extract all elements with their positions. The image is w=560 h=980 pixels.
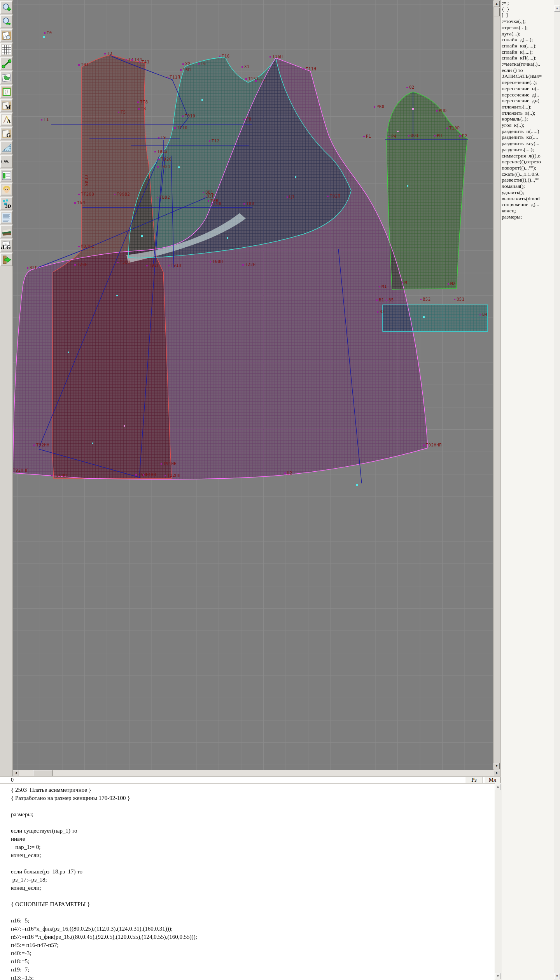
- command-list-item[interactable]: разделить н(.....): [500, 128, 554, 135]
- pattern-label: Т16: [222, 54, 229, 58]
- view-3d-icon[interactable]: 3D: [0, 197, 12, 210]
- command-list-item[interactable]: нормаль(..);: [500, 116, 554, 122]
- pattern-label: Т44: [134, 57, 142, 62]
- canvas-vertical-scrollbar[interactable]: ▲ ▼: [493, 0, 500, 770]
- leko-cad-window: MАGi_66.3DALG Т0Т3Т01Т4Т44Т41Х2Т6ПТ6Т16Х…: [0, 0, 560, 980]
- reference-point: [201, 99, 203, 101]
- command-list-item[interactable]: сплайн д(....);: [500, 37, 554, 43]
- command-list-item[interactable]: отрезок( . );: [500, 24, 554, 31]
- scroll-up-button[interactable]: ▲: [494, 1, 500, 7]
- pattern-preview-icon[interactable]: [0, 29, 12, 42]
- code-line: если существует(пар_1) то: [11, 827, 197, 835]
- pattern-label: Т5ВН: [120, 260, 130, 264]
- command-list-item[interactable]: симметрия л((),о: [500, 153, 554, 159]
- ml-button[interactable]: Мл: [484, 777, 501, 783]
- zoom-out-icon[interactable]: [0, 15, 12, 28]
- command-list-item[interactable]: сопряжение д(...: [500, 201, 554, 208]
- panel-scroll-up-button[interactable]: ∧: [554, 5, 560, 12]
- command-list-item[interactable]: удалить();: [500, 189, 554, 196]
- canvas-horizontal-scrollbar[interactable]: ◄ ►: [13, 770, 500, 776]
- code-scroll-up-button[interactable]: ∧: [495, 784, 501, 790]
- ruler-icon[interactable]: [0, 141, 12, 154]
- rz-button-label: Рз: [471, 777, 476, 783]
- alg-document-icon[interactable]: ALG: [0, 239, 12, 252]
- program-code-editor[interactable]: { 2503 Платье асимметричное }{ Разработа…: [0, 783, 495, 980]
- command-list-item[interactable]: выполнить(dmod: [500, 196, 554, 202]
- pattern-label: О2: [409, 85, 415, 89]
- pattern-label: Ц2: [287, 471, 292, 475]
- grid-icon[interactable]: [0, 43, 12, 56]
- command-list-item[interactable]: сплайн кк(.....);: [500, 43, 554, 49]
- code-scroll-down-button[interactable]: ∨: [495, 973, 501, 979]
- pattern-label: Т9: [161, 135, 166, 140]
- command-list-item[interactable]: перенос((),отрезо: [500, 159, 554, 165]
- code-line: п16:=5;: [11, 917, 197, 925]
- command-list-item[interactable]: дуга(...);: [500, 31, 554, 37]
- command-list-item[interactable]: пересечение д(..: [500, 92, 554, 98]
- exit-icon[interactable]: [0, 253, 12, 266]
- command-list-item[interactable]: ЗАПИСАТЬ(имя=: [500, 73, 554, 79]
- vscroll-thumb[interactable]: [494, 8, 500, 16]
- scroll-right-button[interactable]: ►: [494, 770, 500, 776]
- command-list-item[interactable]: конец;: [500, 208, 554, 214]
- command-list-item[interactable]: пересечение н(..: [500, 86, 554, 92]
- code-line: рз_17:=рз_18;: [11, 876, 197, 884]
- command-list-item[interactable]: разделить ксу(...: [500, 140, 554, 147]
- pattern-drawing[interactable]: Т0Т3Т01Т4Т44Т41Х2Т6ПТ6Т16Х1Т151Т15Т16ПТ1…: [13, 0, 493, 770]
- command-list-item[interactable]: ломаная();: [500, 183, 554, 189]
- ml-button-label: Мл: [489, 777, 496, 783]
- command-list-item[interactable]: сплайн к(....);: [500, 49, 554, 55]
- rz-button[interactable]: Рз: [465, 777, 483, 783]
- command-list-item[interactable]: размеры;: [500, 214, 554, 220]
- command-list-item[interactable]: разделить кс(....: [500, 134, 554, 140]
- model-photo-icon[interactable]: [0, 183, 12, 196]
- pattern-canvas[interactable]: Т0Т3Т01Т4Т44Т41Х2Т6ПТ6Т16Х1Т151Т15Т16ПТ1…: [13, 0, 493, 770]
- command-list-item[interactable]: [ ]: [500, 12, 554, 18]
- panel-scrollbar[interactable]: ∧ ∨: [554, 0, 560, 980]
- command-list-item[interactable]: если () то: [500, 67, 554, 74]
- drafting-tools-icon[interactable]: А: [0, 113, 12, 126]
- command-list-item[interactable]: сжать(()..,1.1.0.9.: [500, 171, 554, 177]
- command-list-item[interactable]: поворот(()..."");: [500, 165, 554, 171]
- pattern-label: Т41: [142, 60, 149, 64]
- arrow-up-icon: ∧: [497, 785, 499, 789]
- pattern-frame-icon[interactable]: [0, 85, 12, 98]
- drafting-tools-icon-label: А: [7, 118, 11, 125]
- code-line: п57:=п16 *л_фнк(рз_16,((80,0.45),(92,0.5…: [11, 933, 197, 941]
- command-list-item[interactable]: пересечение(..);: [500, 79, 554, 86]
- pattern-label: Т5: [121, 110, 126, 114]
- code-line: п45:= п16-п47-п57;: [11, 941, 197, 949]
- command-list-item[interactable]: отложить в(..);: [500, 110, 554, 116]
- pattern-label: Т4НН: [145, 472, 156, 477]
- command-list-item[interactable]: { }: [500, 6, 554, 12]
- command-list-item[interactable]: угол к(..);: [500, 122, 554, 128]
- map-sheet-icon[interactable]: [0, 71, 12, 84]
- command-list-item[interactable]: развести((),()..,"": [500, 177, 554, 183]
- pattern-label: Т22НН: [167, 473, 180, 478]
- i66-button[interactable]: i_66.: [0, 155, 12, 168]
- zoom-in-icon[interactable]: [0, 1, 12, 14]
- scroll-down-button[interactable]: ▼: [494, 763, 500, 769]
- command-list-item[interactable]: :=метка(точка(.)..: [500, 61, 554, 67]
- books-icon[interactable]: [0, 225, 12, 238]
- command-list-item[interactable]: разделить(....);: [500, 147, 554, 153]
- pattern-g-icon[interactable]: G: [0, 127, 12, 140]
- scroll-left-button[interactable]: ◄: [13, 770, 19, 776]
- command-list-item[interactable]: отложить(...);: [500, 104, 554, 110]
- code-vertical-scrollbar[interactable]: ∧ ∨: [495, 783, 502, 980]
- command-list-item[interactable]: пересечение дн(: [500, 98, 554, 104]
- panel-scroll-down-button[interactable]: ∨: [554, 973, 560, 979]
- code-line: если больше(рз_18,рз_17) то: [11, 868, 197, 876]
- command-list-item[interactable]: :=точка(.,);: [500, 18, 554, 24]
- pattern-m-icon[interactable]: M: [0, 99, 12, 112]
- pattern-label: Т91НН: [163, 461, 177, 466]
- hscroll-thumb[interactable]: [33, 770, 52, 776]
- text-list-icon[interactable]: [0, 211, 12, 224]
- command-list-item[interactable]: := ;: [500, 0, 554, 6]
- command-list-item[interactable]: сплайн кП(....);: [500, 55, 554, 61]
- measure-tool-icon[interactable]: [0, 57, 12, 70]
- pattern-label: Т20НН: [54, 473, 67, 478]
- band-piece-cyan[interactable]: [383, 305, 488, 331]
- size-table-icon[interactable]: [0, 169, 12, 182]
- pattern-label: Т68: [214, 201, 221, 206]
